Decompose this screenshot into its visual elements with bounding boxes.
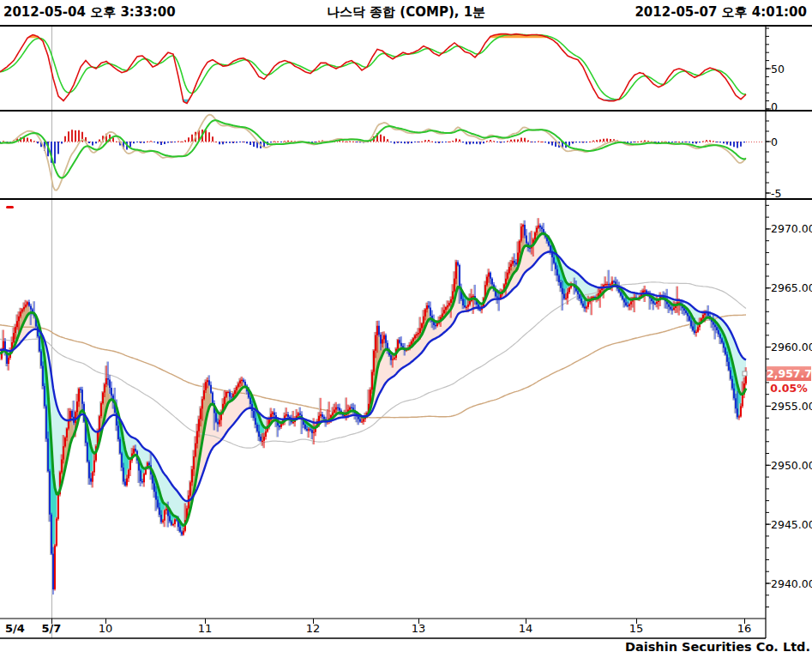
svg-text:0: 0 bbox=[771, 100, 778, 113]
svg-text:11: 11 bbox=[198, 622, 213, 635]
macd-panel bbox=[0, 115, 764, 190]
legend-dash bbox=[6, 206, 14, 208]
price-panel bbox=[0, 206, 747, 595]
svg-text:2965.00: 2965.00 bbox=[771, 281, 812, 294]
svg-text:2945.00: 2945.00 bbox=[771, 518, 812, 531]
svg-text:50: 50 bbox=[771, 63, 785, 75]
svg-text:5/4: 5/4 bbox=[5, 622, 25, 635]
svg-text:15: 15 bbox=[629, 622, 644, 635]
change-percent-label: 0.05% bbox=[767, 382, 811, 395]
brand-label: Daishin Securities Co. Ltd. bbox=[625, 640, 810, 654]
svg-text:2955.00: 2955.00 bbox=[771, 400, 812, 413]
svg-text:13: 13 bbox=[412, 622, 426, 635]
svg-text:2970.00: 2970.00 bbox=[771, 222, 812, 235]
svg-text:12: 12 bbox=[306, 622, 321, 635]
stochastic-panel bbox=[0, 34, 746, 104]
svg-text:16: 16 bbox=[737, 622, 752, 635]
last-price-badge: 2,957.76 bbox=[767, 366, 811, 381]
svg-text:0: 0 bbox=[771, 136, 778, 148]
svg-text:14: 14 bbox=[519, 622, 533, 635]
svg-text:2960.00: 2960.00 bbox=[771, 341, 812, 353]
svg-text:2950.00: 2950.00 bbox=[771, 459, 812, 472]
svg-text:10: 10 bbox=[99, 622, 113, 635]
svg-text:-5: -5 bbox=[771, 187, 781, 200]
chart-frame bbox=[0, 25, 812, 638]
chart-canvas[interactable]: 5000-52970.002965.002960.002955.002950.0… bbox=[0, 0, 812, 658]
svg-text:5/7: 5/7 bbox=[42, 622, 62, 635]
chart-window: 2012-05-04 오후 3:33:00 나스닥 종합 (COMP), 1분 … bbox=[0, 0, 812, 658]
svg-text:2940.00: 2940.00 bbox=[771, 577, 812, 590]
last-price-marker bbox=[743, 371, 747, 376]
